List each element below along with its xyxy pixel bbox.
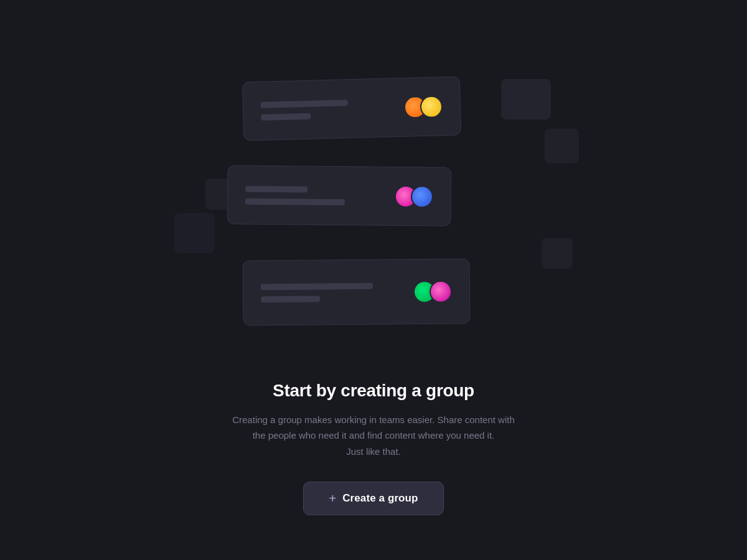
card-2-avatars [395, 185, 433, 208]
group-card-2 [227, 165, 452, 226]
card-3-line-1 [261, 282, 373, 290]
card-1-text [261, 99, 349, 120]
group-card-3 [243, 258, 471, 325]
card-2-line-1 [245, 185, 308, 192]
description-text: Creating a group makes working in teams … [232, 412, 515, 460]
group-card-1 [242, 76, 461, 141]
main-title: Start by creating a group [232, 381, 515, 401]
content-section: Start by creating a group Creating a gro… [232, 381, 515, 516]
plus-icon: + [329, 492, 336, 505]
card-1-line-2 [261, 113, 311, 120]
card-3-line-2 [261, 296, 320, 302]
card-3-avatars [413, 280, 452, 303]
card-3-inner [261, 280, 452, 304]
avatar-yellow [420, 95, 443, 118]
card-2-text [245, 185, 345, 205]
card-2-line-2 [245, 198, 345, 205]
page-container: Start by creating a group Creating a gro… [0, 0, 747, 560]
deco-square-1 [501, 79, 551, 119]
illustration [156, 45, 591, 368]
deco-square-4 [174, 213, 215, 253]
card-1-inner [261, 95, 443, 122]
deco-square-2 [545, 129, 579, 163]
create-group-label: Create a group [342, 492, 418, 505]
avatar-magenta [430, 280, 452, 302]
deco-square-5 [542, 238, 573, 269]
card-2-inner [245, 184, 433, 208]
avatar-blue [411, 185, 433, 207]
card-1-avatars [404, 95, 443, 118]
create-group-button[interactable]: + Create a group [303, 482, 443, 515]
card-1-line-1 [261, 99, 348, 108]
card-3-text [261, 282, 373, 302]
